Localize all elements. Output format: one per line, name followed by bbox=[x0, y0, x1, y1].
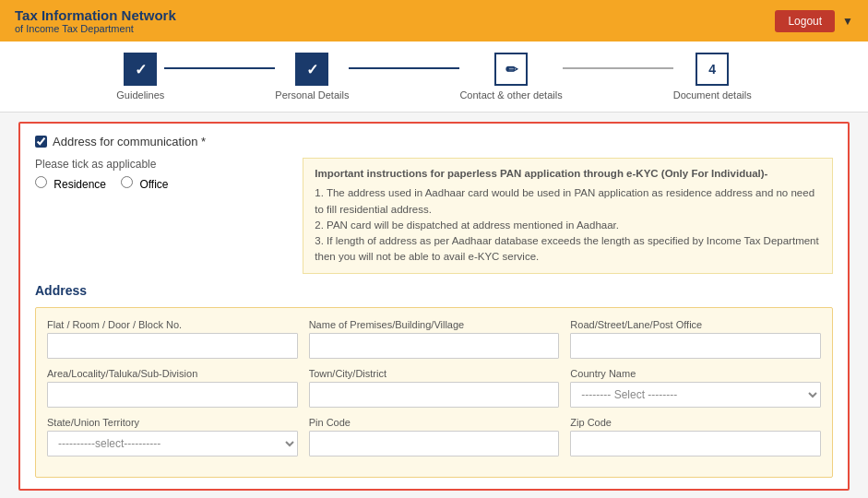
header-logo: Tax Information Network of Income Tax De… bbox=[15, 7, 176, 34]
pincode-group: Pin Code bbox=[309, 417, 560, 456]
flat-label: Flat / Room / Door / Block No. bbox=[47, 319, 298, 330]
radio-office-label[interactable]: Office bbox=[121, 176, 168, 191]
address-row-1: Flat / Room / Door / Block No. Name of P… bbox=[47, 319, 821, 359]
info-left: Please tick as applicable Residence Offi… bbox=[35, 158, 288, 274]
step-personal-circle: ✓ bbox=[295, 53, 328, 86]
main-content: Address for communication * Please tick … bbox=[0, 113, 868, 498]
header-dropdown[interactable]: ▼ bbox=[842, 15, 853, 28]
step-guidelines-circle: ✓ bbox=[124, 53, 157, 86]
premises-input[interactable] bbox=[309, 333, 560, 359]
address-section-header: Address for communication * bbox=[35, 135, 833, 148]
step-document-circle: 4 bbox=[696, 53, 729, 86]
address-row-3: State/Union Territory ----------select--… bbox=[47, 417, 821, 456]
step-contact-circle: ✏ bbox=[494, 53, 528, 86]
address-title: Address bbox=[35, 283, 833, 298]
address-row-2: Area/Locality/Taluka/Sub-Division Town/C… bbox=[47, 368, 821, 408]
area-group: Area/Locality/Taluka/Sub-Division bbox=[47, 368, 298, 408]
header-right: Logout ▼ bbox=[775, 10, 853, 32]
pincode-label: Pin Code bbox=[309, 417, 560, 428]
road-label: Road/Street/Lane/Post Office bbox=[570, 319, 821, 330]
address-section: Address for communication * Please tick … bbox=[18, 122, 850, 491]
radio-residence-text: Residence bbox=[54, 178, 106, 191]
address-form: Flat / Room / Door / Block No. Name of P… bbox=[35, 307, 833, 478]
step-personal-label: Personal Details bbox=[275, 89, 349, 101]
step-contact-label: Contact & other details bbox=[459, 89, 562, 101]
instruction-3: 3. If length of address as per Aadhaar d… bbox=[315, 233, 821, 266]
stepper: ✓ Guidelines ✓ Personal Details ✏ Contac… bbox=[0, 42, 868, 113]
address-checkbox[interactable] bbox=[35, 136, 47, 148]
country-label: Country Name bbox=[570, 368, 821, 379]
town-input[interactable] bbox=[309, 382, 560, 408]
step-guidelines[interactable]: ✓ Guidelines bbox=[116, 53, 164, 101]
town-group: Town/City/District bbox=[309, 368, 560, 408]
area-label: Area/Locality/Taluka/Sub-Division bbox=[47, 368, 298, 379]
address-section-title: Address for communication * bbox=[53, 135, 206, 148]
step-line-3 bbox=[563, 67, 673, 69]
logo-subtitle: of Income Tax Department bbox=[15, 23, 176, 34]
step-document[interactable]: 4 Document details bbox=[673, 53, 752, 101]
country-group: Country Name -------- Select -------- bbox=[570, 368, 821, 408]
logout-button[interactable]: Logout bbox=[775, 10, 835, 32]
radio-office[interactable] bbox=[121, 176, 133, 188]
state-label: State/Union Territory bbox=[47, 417, 298, 428]
country-select[interactable]: -------- Select -------- bbox=[570, 382, 821, 408]
radio-group: Residence Office bbox=[35, 176, 288, 191]
instructions-title: Important instructions for paperless PAN… bbox=[315, 166, 821, 182]
step-document-label: Document details bbox=[673, 89, 752, 101]
premises-label: Name of Premises/Building/Village bbox=[309, 319, 560, 330]
logo-title: Tax Information Network bbox=[15, 7, 176, 23]
flat-input[interactable] bbox=[47, 333, 298, 359]
step-line-2 bbox=[349, 67, 459, 69]
pincode-input[interactable] bbox=[309, 431, 560, 456]
radio-residence-label[interactable]: Residence bbox=[35, 176, 106, 191]
instruction-1: 1. The address used in Aadhaar card woul… bbox=[315, 185, 821, 218]
header: Tax Information Network of Income Tax De… bbox=[0, 0, 868, 42]
instruction-2: 2. PAN card will be dispatched at addres… bbox=[315, 218, 821, 233]
step-guidelines-label: Guidelines bbox=[116, 89, 164, 101]
road-group: Road/Street/Lane/Post Office bbox=[570, 319, 821, 359]
zipcode-label: Zip Code bbox=[570, 417, 821, 428]
flat-group: Flat / Room / Door / Block No. bbox=[47, 319, 298, 359]
radio-office-text: Office bbox=[139, 178, 168, 191]
info-row: Please tick as applicable Residence Offi… bbox=[35, 158, 833, 274]
step-line-1 bbox=[164, 67, 275, 69]
road-input[interactable] bbox=[570, 333, 821, 359]
zipcode-group: Zip Code bbox=[570, 417, 821, 456]
step-personal[interactable]: ✓ Personal Details bbox=[275, 53, 349, 101]
premises-group: Name of Premises/Building/Village bbox=[309, 319, 560, 359]
state-group: State/Union Territory ----------select--… bbox=[47, 417, 298, 456]
town-label: Town/City/District bbox=[309, 368, 560, 379]
area-input[interactable] bbox=[47, 382, 298, 408]
instructions-box: Important instructions for paperless PAN… bbox=[303, 158, 833, 274]
please-tick-label: Please tick as applicable bbox=[35, 158, 288, 171]
zipcode-input[interactable] bbox=[570, 431, 821, 456]
radio-residence[interactable] bbox=[35, 176, 47, 188]
step-contact[interactable]: ✏ Contact & other details bbox=[459, 53, 562, 101]
state-select[interactable]: ----------select---------- bbox=[47, 431, 298, 456]
